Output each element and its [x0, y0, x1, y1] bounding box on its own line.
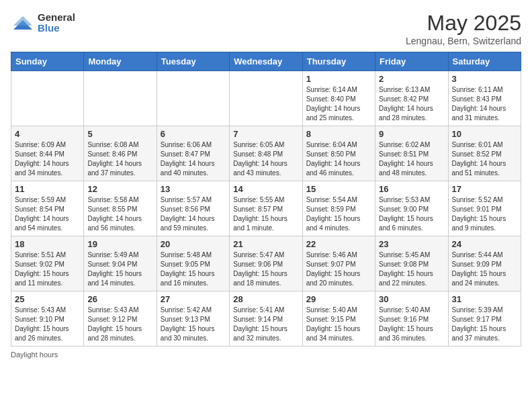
- day-number: 14: [233, 184, 298, 194]
- calendar-cell: [157, 71, 229, 126]
- day-number: 10: [452, 129, 517, 139]
- day-info: Sunrise: 5:44 AM Sunset: 9:09 PM Dayligh…: [452, 250, 517, 288]
- calendar-week-3: 11Sunrise: 5:59 AM Sunset: 8:54 PM Dayli…: [11, 181, 521, 236]
- day-number: 15: [306, 184, 371, 194]
- calendar-cell: 17Sunrise: 5:52 AM Sunset: 9:01 PM Dayli…: [448, 181, 521, 236]
- calendar-cell: 10Sunrise: 6:01 AM Sunset: 8:52 PM Dayli…: [448, 126, 521, 181]
- calendar-cell: 20Sunrise: 5:48 AM Sunset: 9:05 PM Dayli…: [157, 236, 229, 291]
- day-info: Sunrise: 6:13 AM Sunset: 8:42 PM Dayligh…: [379, 85, 444, 123]
- day-info: Sunrise: 5:46 AM Sunset: 9:07 PM Dayligh…: [306, 250, 371, 288]
- day-info: Sunrise: 5:48 AM Sunset: 9:05 PM Dayligh…: [161, 250, 226, 288]
- day-info: Sunrise: 6:06 AM Sunset: 8:47 PM Dayligh…: [161, 140, 226, 178]
- day-info: Sunrise: 5:58 AM Sunset: 8:55 PM Dayligh…: [87, 195, 152, 233]
- day-info: Sunrise: 5:57 AM Sunset: 8:56 PM Dayligh…: [161, 195, 226, 233]
- day-number: 24: [452, 239, 517, 249]
- day-number: 25: [15, 294, 80, 304]
- title-area: May 2025 Lengnau, Bern, Switzerland: [406, 11, 521, 46]
- day-number: 2: [379, 74, 444, 84]
- day-number: 20: [161, 239, 226, 249]
- calendar-cell: 30Sunrise: 5:40 AM Sunset: 9:16 PM Dayli…: [375, 291, 448, 347]
- day-info: Sunrise: 6:14 AM Sunset: 8:40 PM Dayligh…: [306, 85, 371, 123]
- calendar-week-1: 1Sunrise: 6:14 AM Sunset: 8:40 PM Daylig…: [11, 71, 521, 126]
- calendar-cell: 27Sunrise: 5:42 AM Sunset: 9:13 PM Dayli…: [157, 291, 229, 347]
- header: General Blue May 2025 Lengnau, Bern, Swi…: [11, 11, 521, 46]
- calendar-header-saturday: Saturday: [448, 52, 521, 71]
- calendar-cell: 2Sunrise: 6:13 AM Sunset: 8:42 PM Daylig…: [375, 71, 448, 126]
- calendar-cell: 24Sunrise: 5:44 AM Sunset: 9:09 PM Dayli…: [448, 236, 521, 291]
- calendar-cell: 22Sunrise: 5:46 AM Sunset: 9:07 PM Dayli…: [302, 236, 375, 291]
- svg-marker-2: [13, 16, 32, 26]
- calendar-cell: 26Sunrise: 5:43 AM Sunset: 9:12 PM Dayli…: [84, 291, 157, 347]
- calendar-cell: 8Sunrise: 6:04 AM Sunset: 8:50 PM Daylig…: [302, 126, 375, 181]
- day-info: Sunrise: 5:53 AM Sunset: 9:00 PM Dayligh…: [379, 195, 444, 233]
- day-number: 4: [15, 129, 80, 139]
- calendar-cell: 15Sunrise: 5:54 AM Sunset: 8:59 PM Dayli…: [302, 181, 375, 236]
- calendar-header-sunday: Sunday: [11, 52, 84, 71]
- calendar: SundayMondayTuesdayWednesdayThursdayFrid…: [11, 52, 521, 347]
- calendar-cell: 9Sunrise: 6:02 AM Sunset: 8:51 PM Daylig…: [375, 126, 448, 181]
- calendar-cell: [230, 71, 302, 126]
- day-number: 29: [306, 294, 371, 304]
- calendar-cell: 7Sunrise: 6:05 AM Sunset: 8:48 PM Daylig…: [230, 126, 302, 181]
- calendar-header-monday: Monday: [84, 52, 157, 71]
- calendar-cell: [11, 71, 84, 126]
- day-info: Sunrise: 6:05 AM Sunset: 8:48 PM Dayligh…: [233, 140, 298, 178]
- calendar-cell: 1Sunrise: 6:14 AM Sunset: 8:40 PM Daylig…: [302, 71, 375, 126]
- day-number: 6: [161, 129, 226, 139]
- calendar-cell: 25Sunrise: 5:43 AM Sunset: 9:10 PM Dayli…: [11, 291, 84, 347]
- logo-blue: Blue: [38, 23, 75, 34]
- day-info: Sunrise: 5:41 AM Sunset: 9:14 PM Dayligh…: [233, 306, 298, 343]
- day-number: 11: [15, 184, 80, 194]
- day-info: Sunrise: 5:49 AM Sunset: 9:04 PM Dayligh…: [87, 250, 152, 288]
- day-info: Sunrise: 5:39 AM Sunset: 9:17 PM Dayligh…: [452, 306, 517, 343]
- calendar-cell: 18Sunrise: 5:51 AM Sunset: 9:02 PM Dayli…: [11, 236, 84, 291]
- calendar-cell: 11Sunrise: 5:59 AM Sunset: 8:54 PM Dayli…: [11, 181, 84, 236]
- day-info: Sunrise: 5:54 AM Sunset: 8:59 PM Dayligh…: [306, 195, 371, 233]
- day-number: 17: [452, 184, 517, 194]
- day-info: Sunrise: 5:51 AM Sunset: 9:02 PM Dayligh…: [15, 250, 80, 288]
- day-info: Sunrise: 5:42 AM Sunset: 9:13 PM Dayligh…: [161, 306, 226, 343]
- day-number: 12: [87, 184, 152, 194]
- calendar-cell: 14Sunrise: 5:55 AM Sunset: 8:57 PM Dayli…: [230, 181, 302, 236]
- day-number: 13: [161, 184, 226, 194]
- calendar-week-2: 4Sunrise: 6:09 AM Sunset: 8:44 PM Daylig…: [11, 126, 521, 181]
- day-info: Sunrise: 6:02 AM Sunset: 8:51 PM Dayligh…: [379, 140, 444, 178]
- day-number: 31: [452, 294, 517, 304]
- day-number: 8: [306, 129, 371, 139]
- day-info: Sunrise: 5:43 AM Sunset: 9:10 PM Dayligh…: [15, 306, 80, 343]
- calendar-cell: 21Sunrise: 5:47 AM Sunset: 9:06 PM Dayli…: [230, 236, 302, 291]
- footer-note: Daylight hours: [11, 351, 521, 359]
- calendar-cell: 29Sunrise: 5:40 AM Sunset: 9:15 PM Dayli…: [302, 291, 375, 347]
- calendar-cell: 12Sunrise: 5:58 AM Sunset: 8:55 PM Dayli…: [84, 181, 157, 236]
- day-number: 7: [233, 129, 298, 139]
- calendar-cell: 31Sunrise: 5:39 AM Sunset: 9:17 PM Dayli…: [448, 291, 521, 347]
- calendar-cell: 5Sunrise: 6:08 AM Sunset: 8:46 PM Daylig…: [84, 126, 157, 181]
- day-info: Sunrise: 5:40 AM Sunset: 9:15 PM Dayligh…: [306, 306, 371, 343]
- calendar-week-4: 18Sunrise: 5:51 AM Sunset: 9:02 PM Dayli…: [11, 236, 521, 291]
- day-info: Sunrise: 6:09 AM Sunset: 8:44 PM Dayligh…: [15, 140, 80, 178]
- calendar-cell: 4Sunrise: 6:09 AM Sunset: 8:44 PM Daylig…: [11, 126, 84, 181]
- day-info: Sunrise: 5:52 AM Sunset: 9:01 PM Dayligh…: [452, 195, 517, 233]
- logo-general: General: [38, 12, 75, 24]
- calendar-cell: [84, 71, 157, 126]
- day-number: 16: [379, 184, 444, 194]
- day-info: Sunrise: 6:08 AM Sunset: 8:46 PM Dayligh…: [87, 140, 152, 178]
- day-info: Sunrise: 5:45 AM Sunset: 9:08 PM Dayligh…: [379, 250, 444, 288]
- month-title: May 2025: [406, 11, 521, 36]
- day-number: 22: [306, 239, 371, 249]
- day-info: Sunrise: 5:43 AM Sunset: 9:12 PM Dayligh…: [87, 306, 152, 343]
- day-number: 28: [233, 294, 298, 304]
- calendar-cell: 3Sunrise: 6:11 AM Sunset: 8:43 PM Daylig…: [448, 71, 521, 126]
- calendar-header-friday: Friday: [375, 52, 448, 71]
- day-number: 9: [379, 129, 444, 139]
- location-title: Lengnau, Bern, Switzerland: [406, 36, 521, 46]
- day-number: 1: [306, 74, 371, 84]
- day-number: 5: [87, 129, 152, 139]
- day-number: 30: [379, 294, 444, 304]
- day-number: 21: [233, 239, 298, 249]
- calendar-header-tuesday: Tuesday: [157, 52, 229, 71]
- calendar-cell: 16Sunrise: 5:53 AM Sunset: 9:00 PM Dayli…: [375, 181, 448, 236]
- calendar-cell: 13Sunrise: 5:57 AM Sunset: 8:56 PM Dayli…: [157, 181, 229, 236]
- day-info: Sunrise: 5:40 AM Sunset: 9:16 PM Dayligh…: [379, 306, 444, 343]
- day-number: 27: [161, 294, 226, 304]
